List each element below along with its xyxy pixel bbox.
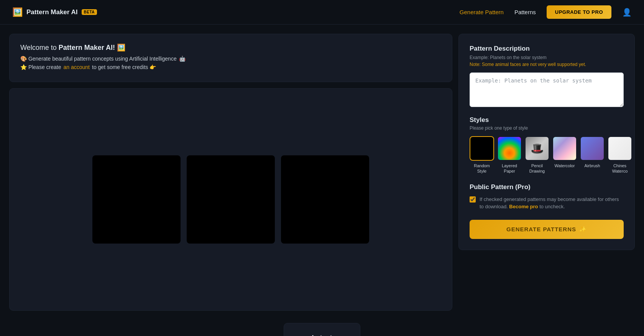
- chinese-thumb-visual: [608, 137, 631, 160]
- public-desc: If checked generated patterns may become…: [480, 196, 624, 211]
- preview-box: [9, 88, 452, 311]
- checkbox-wrapper: [470, 196, 476, 204]
- preview-card-2: [187, 155, 275, 244]
- style-label-airbrush: Airbrush: [585, 163, 600, 168]
- welcome-title: Welcome to Pattern Maker AI! 🖼️: [20, 43, 441, 52]
- style-thumb-chinese: [608, 136, 632, 161]
- style-thumb-random: [470, 136, 494, 161]
- welcome-bold: Pattern Maker AI!: [59, 44, 115, 51]
- styles-hint: Please pick one type of style: [470, 125, 624, 131]
- welcome-line1: 🎨 Generate beautiful pattern concepts us…: [20, 56, 441, 62]
- style-thumb-airbrush: [580, 136, 605, 161]
- generate-icon: ✨: [579, 226, 587, 233]
- style-label-random: Random Style: [470, 163, 494, 174]
- airbrush-thumb-visual: [581, 137, 604, 160]
- logo-icon: 🖼️: [12, 7, 23, 17]
- watercolor-thumb-visual: [553, 137, 576, 160]
- style-label-chinese: Chines Waterco: [608, 163, 632, 174]
- main-container: Welcome to Pattern Maker AI! 🖼️ 🎨 Genera…: [0, 25, 644, 311]
- user-icon[interactable]: 👤: [622, 8, 632, 17]
- logo-text: Pattern Maker AI: [26, 8, 78, 16]
- header: 🖼️ Pattern Maker AI BETA Generate Patter…: [0, 0, 644, 25]
- nav-generate-pattern[interactable]: Generate Pattern: [460, 9, 504, 15]
- welcome-box: Welcome to Pattern Maker AI! 🖼️ 🎨 Genera…: [9, 34, 452, 82]
- generate-button[interactable]: GENERATE PATTERNS ✨: [470, 220, 624, 239]
- description-section: Pattern Description Example: Planets on …: [470, 45, 624, 116]
- style-item-pencil[interactable]: 🎩 Pencil Drawing: [525, 136, 549, 174]
- welcome-line2-prefix: ⭐ Please create: [20, 64, 61, 70]
- upgrade-button[interactable]: UPGRADE TO PRO: [547, 5, 611, 19]
- description-hint: Example: Planets on the solar system: [470, 55, 624, 60]
- description-title: Pattern Description: [470, 45, 624, 53]
- beta-badge: BETA: [82, 9, 97, 15]
- welcome-line2: ⭐ Please create an account to get some f…: [20, 64, 441, 70]
- style-thumb-layered: [497, 136, 522, 161]
- welcome-line1-text: 🎨 Generate beautiful pattern concepts us…: [20, 56, 177, 62]
- style-thumb-pencil: 🎩: [525, 136, 549, 161]
- latest-box: Latest Patterns: [284, 323, 360, 336]
- style-item-random[interactable]: Random Style: [470, 136, 494, 174]
- style-item-airbrush[interactable]: Airbrush: [580, 136, 605, 174]
- style-thumb-watercolor: [552, 136, 577, 161]
- styles-title: Styles: [470, 116, 624, 124]
- preview-grid: [92, 155, 369, 244]
- style-label-pencil: Pencil Drawing: [525, 163, 549, 174]
- left-panel: Welcome to Pattern Maker AI! 🖼️ 🎨 Genera…: [9, 34, 452, 311]
- account-link[interactable]: an account: [64, 64, 90, 70]
- public-pattern-section: Public Pattern (Pro) If checked generate…: [470, 183, 624, 211]
- nav-patterns[interactable]: Patterns: [514, 9, 536, 15]
- latest-title: Latest Patterns: [307, 334, 337, 336]
- styles-section: Styles Please pick one type of style Ran…: [470, 116, 624, 174]
- preview-card-3: [281, 155, 369, 244]
- style-label-layered: Layered Paper: [497, 163, 522, 174]
- welcome-emoji: 🖼️: [117, 44, 125, 51]
- latest-section: Latest Patterns: [0, 311, 644, 336]
- layered-thumb-visual: [498, 137, 521, 160]
- right-panel: Pattern Description Example: Planets on …: [458, 34, 635, 250]
- pencil-thumb-emoji: 🎩: [531, 142, 544, 155]
- public-checkbox[interactable]: [470, 196, 476, 203]
- public-title: Public Pattern (Pro): [470, 183, 624, 191]
- preview-card-1: [92, 155, 181, 244]
- public-row: If checked generated patterns may become…: [470, 196, 624, 211]
- logo-area: 🖼️ Pattern Maker AI BETA: [12, 7, 97, 17]
- generate-label: GENERATE PATTERNS: [506, 226, 576, 232]
- description-note: Note: Some animal faces are not very wel…: [470, 62, 624, 67]
- become-pro-link[interactable]: Become pro: [509, 204, 538, 209]
- styles-grid: Random Style Layered Paper 🎩: [470, 136, 624, 174]
- style-label-watercolor: Watercolor: [555, 163, 575, 168]
- welcome-prefix: Welcome to: [20, 44, 59, 51]
- welcome-line1-emoji: 🤖: [179, 56, 186, 62]
- style-item-layered[interactable]: Layered Paper: [497, 136, 522, 174]
- pencil-thumb-visual: 🎩: [526, 137, 549, 160]
- description-input[interactable]: [470, 72, 624, 107]
- public-link-suffix: to uncheck.: [539, 204, 565, 209]
- style-item-chinese[interactable]: Chines Waterco: [608, 136, 632, 174]
- style-item-watercolor[interactable]: Watercolor: [552, 136, 577, 174]
- header-nav: Generate Pattern Patterns UPGRADE TO PRO…: [460, 5, 632, 19]
- welcome-line2-suffix: to get some free credits 👉: [92, 64, 156, 70]
